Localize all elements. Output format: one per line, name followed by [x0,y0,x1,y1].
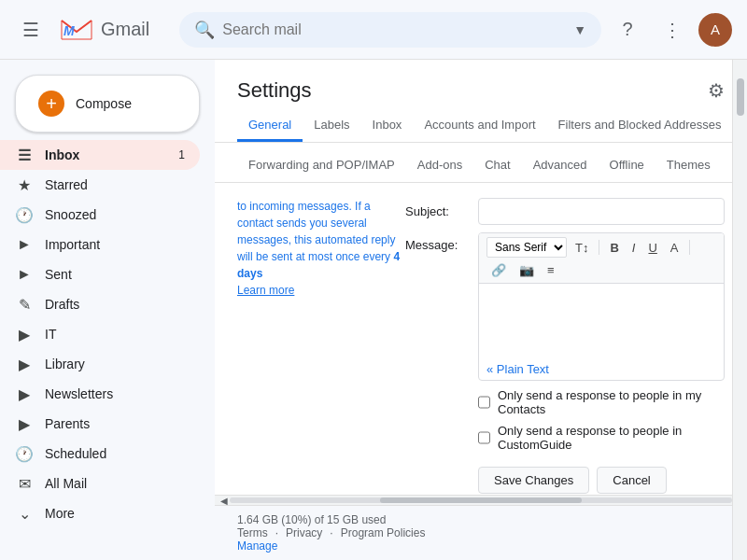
checkbox-row-1: Only send a response to people in my Con… [478,388,725,416]
image-btn[interactable]: 📷 [514,261,539,279]
logo: M Gmail [58,17,149,43]
sidebar-item-drafts[interactable]: ✎ Drafts [0,289,200,319]
sidebar-item-library[interactable]: ▶ Library [0,349,200,379]
save-changes-button[interactable]: Save Changes [478,467,589,494]
form-description-col: to incoming messages. If a contact sends… [237,198,405,494]
plain-text-link[interactable]: « Plain Text [479,358,724,380]
sidebar-item-it[interactable]: ▶ IT [0,319,200,349]
compose-button[interactable]: + Compose [15,75,200,133]
search-input[interactable] [222,21,566,38]
scrollbar-thumb[interactable] [380,497,581,503]
tab-general[interactable]: General [237,110,303,142]
tab-accounts[interactable]: Accounts and Import [413,110,546,142]
privacy-link[interactable]: Privacy [286,526,322,539]
separator: · [330,526,332,539]
sidebar-item-sent[interactable]: ► Sent [0,259,200,289]
hamburger-menu[interactable]: ☰ [15,11,47,49]
sidebar-item-label: Starred [45,177,185,192]
sidebar-item-label: Parents [45,416,185,431]
avatar[interactable]: A [698,13,732,47]
apps-button[interactable]: ⋮ [654,11,691,49]
contacts-checkbox-label: Only send a response to people in my Con… [498,388,725,416]
terms-link[interactable]: Terms [237,526,268,539]
plain-text-anchor[interactable]: « Plain Text [479,358,557,380]
chevron-down-icon[interactable]: ▼ [573,22,586,37]
vacation-form: to incoming messages. If a contact sends… [237,183,725,495]
tab-addons[interactable]: Add-ons [406,150,473,182]
gmail-logo: M [58,17,95,43]
contacts-checkbox[interactable] [478,396,490,409]
compose-plus-icon: + [38,91,64,117]
tab-chat[interactable]: Chat [473,150,521,182]
sidebar-item-scheduled[interactable]: 🕐 Scheduled [0,439,200,469]
align-btn[interactable]: ≡ [543,261,559,279]
tab-filters[interactable]: Filters and Blocked Addresses [547,110,733,142]
sidebar-item-label: Newsletters [45,386,185,401]
scroll-left-arrow[interactable]: ◀ [218,494,230,508]
sidebar-item-label: More [45,506,185,521]
vertical-scrollbar-thumb[interactable] [737,78,744,116]
sidebar-item-label: Sent [45,267,185,282]
tab-forwarding[interactable]: Forwarding and POP/IMAP [237,150,406,182]
sidebar-item-parents[interactable]: ▶ Parents [0,409,200,439]
tab-labels[interactable]: Labels [303,110,360,142]
message-editor: Sans Serif T↕ B I U A 🔗 [478,232,725,381]
storage-info: 1.64 GB (10%) of 15 GB used [237,513,386,526]
message-editor-body[interactable] [479,284,724,358]
checkboxes-area: Only send a response to people in my Con… [478,388,725,452]
settings-content: Settings ⚙ General Labels Inbox Accounts… [215,60,747,495]
folder-icon: ▶ [15,356,34,373]
content-area: Settings ⚙ General Labels Inbox Accounts… [215,60,747,560]
link-btn[interactable]: 🔗 [486,261,511,279]
manage-link[interactable]: Manage [237,539,277,553]
days-highlight: 4 days [237,250,400,280]
sidebar-item-allmail[interactable]: ✉ All Mail [0,469,200,498]
settings-title: Settings [237,78,312,103]
underline-btn[interactable]: U [643,239,661,257]
customguide-checkbox[interactable] [478,431,490,444]
font-size-btn[interactable]: T↕ [571,239,593,257]
compose-label: Compose [76,96,132,111]
font-select[interactable]: Sans Serif [486,237,567,258]
tab-inbox[interactable]: Inbox [361,110,414,142]
sidebar-item-snoozed[interactable]: 🕐 Snoozed [0,200,200,230]
italic-btn[interactable]: I [627,239,641,257]
tab-advanced[interactable]: Advanced [522,150,599,182]
learn-more-link[interactable]: Learn more [237,284,294,297]
sidebar-item-inbox[interactable]: ☰ Inbox 1 [0,140,200,170]
more-icon: ⌄ [15,505,34,523]
form-right: Subject: Message: Sans Serif [405,198,725,494]
sidebar-item-label: Inbox [45,147,167,162]
sidebar-item-label: Important [45,237,185,252]
settings-gear-icon[interactable]: ⚙ [708,79,725,102]
sidebar: + Compose ☰ Inbox 1 ★ Starred 🕐 Snoozed … [0,60,215,560]
message-row: Message: Sans Serif T↕ B I [405,232,725,381]
text-color-btn[interactable]: A [666,239,684,257]
sidebar-item-more[interactable]: ⌄ More [0,498,200,528]
program-policies-link[interactable]: Program Policies [341,526,426,539]
tab-themes[interactable]: Themes [655,150,722,182]
sidebar-item-important[interactable]: ► Important [0,230,200,259]
subject-input[interactable] [478,198,725,225]
star-icon: ★ [15,176,34,194]
tab-offline[interactable]: Offline [599,150,655,182]
cancel-button[interactable]: Cancel [597,467,666,494]
horizontal-scrollbar[interactable]: ◀ ▶ [215,495,747,506]
help-button[interactable]: ? [609,11,646,49]
subject-row: Subject: [405,198,725,225]
sidebar-item-label: All Mail [45,476,185,491]
topbar: ☰ M Gmail 🔍 ▼ ? ⋮ A [0,0,747,60]
vertical-scrollbar[interactable] [732,60,747,560]
scrollbar-track[interactable] [230,497,732,503]
customguide-checkbox-label: Only send a response to people in Custom… [498,424,725,452]
sidebar-item-starred[interactable]: ★ Starred [0,170,200,200]
sidebar-item-newsletters[interactable]: ▶ Newsletters [0,379,200,409]
gmail-text: Gmail [101,19,149,40]
message-label: Message: [405,232,471,252]
toolbar-divider [599,240,599,255]
main-layout: + Compose ☰ Inbox 1 ★ Starred 🕐 Snoozed … [0,60,747,560]
search-bar[interactable]: 🔍 ▼ [179,12,601,48]
footer: 1.64 GB (10%) of 15 GB used Terms · Priv… [215,506,747,560]
bold-btn[interactable]: B [605,239,623,257]
snoozed-icon: 🕐 [15,206,34,224]
